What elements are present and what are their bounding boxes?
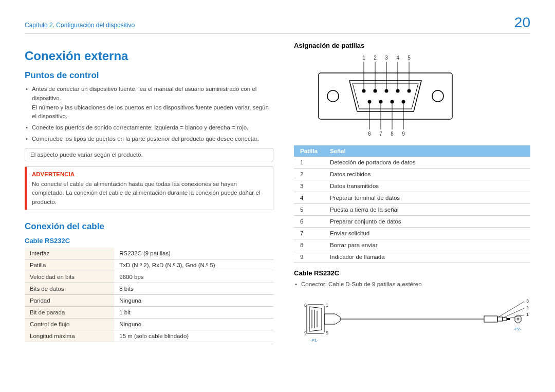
table-row: Bit de parada1 bit bbox=[25, 306, 273, 318]
spec-value: Ninguna bbox=[114, 294, 273, 306]
label-p2: -P2- bbox=[513, 327, 521, 331]
section-conexion-cable: Conexión del cable bbox=[25, 221, 273, 232]
pin-number: 9 bbox=[294, 251, 324, 263]
section-puntos-de-control: Puntos de control bbox=[25, 70, 273, 81]
list-item: Antes de conectar un dispositivo fuente,… bbox=[32, 85, 273, 121]
spec-key: Paridad bbox=[25, 294, 114, 306]
pin-number: 3 bbox=[294, 180, 324, 192]
cable-bullet-list: Conector: Cable D-Sub de 9 patillas a es… bbox=[294, 280, 530, 289]
svg-text:8: 8 bbox=[391, 131, 394, 137]
spec-value: RS232C (9 patillas) bbox=[114, 248, 273, 259]
list-text: El número y las ubicaciones de los puert… bbox=[32, 103, 273, 122]
pin-signal: Datos recibidos bbox=[324, 169, 530, 180]
label-9: 9 bbox=[304, 330, 307, 335]
spec-value: 9600 bps bbox=[114, 271, 273, 283]
pin-number: 5 bbox=[294, 204, 324, 216]
pin-number: 8 bbox=[294, 239, 324, 251]
pin-signal: Detección de portadora de datos bbox=[324, 157, 530, 169]
pin-number: 2 bbox=[294, 169, 324, 180]
label-6: 6 bbox=[304, 303, 307, 308]
page-title: Conexión externa bbox=[25, 49, 273, 63]
table-row: Velocidad en bits9600 bps bbox=[25, 271, 273, 283]
svg-line-43 bbox=[508, 315, 524, 319]
chapter-label: Capítulo 2. Configuración del dispositiv… bbox=[25, 14, 135, 29]
left-column: Conexión externa Puntos de control Antes… bbox=[25, 40, 273, 347]
pin-number: 4 bbox=[294, 192, 324, 204]
table-row: PatillaTxD (N.º 2), RxD (N.º 3), Gnd (N.… bbox=[25, 259, 273, 271]
table-row: Control de flujoNinguno bbox=[25, 318, 273, 330]
table-row: Longitud máxima15 m (solo cable blindado… bbox=[25, 330, 273, 342]
svg-line-42 bbox=[504, 308, 524, 318]
list-text: Antes de conectar un dispositivo fuente,… bbox=[32, 86, 256, 101]
spec-key: Longitud máxima bbox=[25, 330, 114, 342]
spec-value: 15 m (solo cable blindado) bbox=[114, 330, 273, 342]
table-row: 6Preparar conjunto de datos bbox=[294, 216, 530, 228]
pin-signal: Enviar solicitud bbox=[324, 228, 530, 239]
svg-rect-36 bbox=[497, 317, 503, 321]
svg-point-40 bbox=[517, 318, 519, 320]
pin-header-patilla: Patilla bbox=[294, 145, 324, 157]
pin-number: 1 bbox=[294, 157, 324, 169]
table-row: ParidadNinguna bbox=[25, 294, 273, 306]
table-row: 1Detección de portadora de datos bbox=[294, 157, 530, 169]
spec-value: TxD (N.º 2), RxD (N.º 3), Gnd (N.º 5) bbox=[114, 259, 273, 271]
list-item: Compruebe los tipos de puertos en la par… bbox=[32, 135, 273, 144]
table-row: Bits de datos8 bits bbox=[25, 283, 273, 294]
pin-signal: Indicador de llamada bbox=[324, 251, 530, 263]
spec-value: 8 bits bbox=[114, 283, 273, 294]
svg-text:7: 7 bbox=[379, 131, 382, 137]
content-columns: Conexión externa Puntos de control Antes… bbox=[25, 40, 530, 347]
spec-value: Ninguno bbox=[114, 318, 273, 330]
table-row: 4Preparar terminal de datos bbox=[294, 192, 530, 204]
pin-assignment-title: Asignación de patillas bbox=[294, 42, 530, 49]
warning-box: ADVERTENCIA No conecte el cable de alime… bbox=[25, 166, 273, 210]
control-points-list: Antes de conectar un dispositivo fuente,… bbox=[25, 85, 273, 144]
svg-text:9: 9 bbox=[402, 131, 405, 137]
cable-rs232c-title: Cable RS232C bbox=[294, 269, 530, 277]
spec-key: Bits de datos bbox=[25, 283, 114, 294]
pin-number: 7 bbox=[294, 228, 324, 239]
label-j2: 2 bbox=[526, 305, 529, 310]
svg-rect-35 bbox=[484, 316, 497, 322]
pin-table: Patilla Señal 1Detección de portadora de… bbox=[294, 145, 530, 263]
pin-signal: Preparar terminal de datos bbox=[324, 192, 530, 204]
right-column: Asignación de patillas 12345 6789 bbox=[294, 40, 530, 347]
note-box: El aspecto puede variar según el product… bbox=[25, 148, 273, 161]
page-header: Capítulo 2. Configuración del dispositiv… bbox=[25, 14, 530, 33]
svg-rect-37 bbox=[503, 318, 507, 321]
pin-signal: Borrar para enviar bbox=[324, 239, 530, 251]
warning-body: No conecte el cable de alimentación hast… bbox=[32, 181, 260, 205]
svg-text:3: 3 bbox=[385, 55, 388, 61]
svg-text:4: 4 bbox=[396, 55, 399, 61]
spec-table: InterfazRS232C (9 patillas)PatillaTxD (N… bbox=[25, 248, 273, 342]
list-item: Conector: Cable D-Sub de 9 patillas a es… bbox=[301, 280, 530, 289]
table-row: 3Datos transmitidos bbox=[294, 180, 530, 192]
spec-value: 1 bit bbox=[114, 306, 273, 318]
table-row: 2Datos recibidos bbox=[294, 169, 530, 180]
page-number: 20 bbox=[514, 14, 530, 31]
table-row: 8Borrar para enviar bbox=[294, 239, 530, 251]
table-row: 9Indicador de llamada bbox=[294, 251, 530, 263]
svg-text:1: 1 bbox=[362, 55, 365, 61]
list-item: Conecte los puertos de sonido correctame… bbox=[32, 123, 273, 133]
table-row: 5Puesta a tierra de la señal bbox=[294, 204, 530, 216]
spec-key: Interfaz bbox=[25, 248, 114, 259]
table-row: InterfazRS232C (9 patillas) bbox=[25, 248, 273, 259]
spec-key: Control de flujo bbox=[25, 318, 114, 330]
label-j1: 1 bbox=[526, 312, 529, 317]
label-j3: 3 bbox=[526, 298, 529, 304]
subsection-cable-rs232c: Cable RS232C bbox=[25, 237, 273, 245]
svg-text:6: 6 bbox=[368, 131, 371, 137]
pin-signal: Preparar conjunto de datos bbox=[324, 216, 530, 228]
pin-signal: Puesta a tierra de la señal bbox=[324, 204, 530, 216]
spec-key: Velocidad en bits bbox=[25, 271, 114, 283]
table-row: 7Enviar solicitud bbox=[294, 228, 530, 239]
label-p1: -P1- bbox=[310, 338, 318, 343]
label-5: 5 bbox=[326, 330, 328, 335]
cable-diagram: 6 9 1 5 -P1- -P2- bbox=[294, 294, 530, 347]
pin-signal: Datos transmitidos bbox=[324, 180, 530, 192]
label-1: 1 bbox=[326, 303, 328, 308]
pin-number: 6 bbox=[294, 216, 324, 228]
svg-point-1 bbox=[327, 90, 339, 102]
svg-point-2 bbox=[432, 90, 443, 102]
